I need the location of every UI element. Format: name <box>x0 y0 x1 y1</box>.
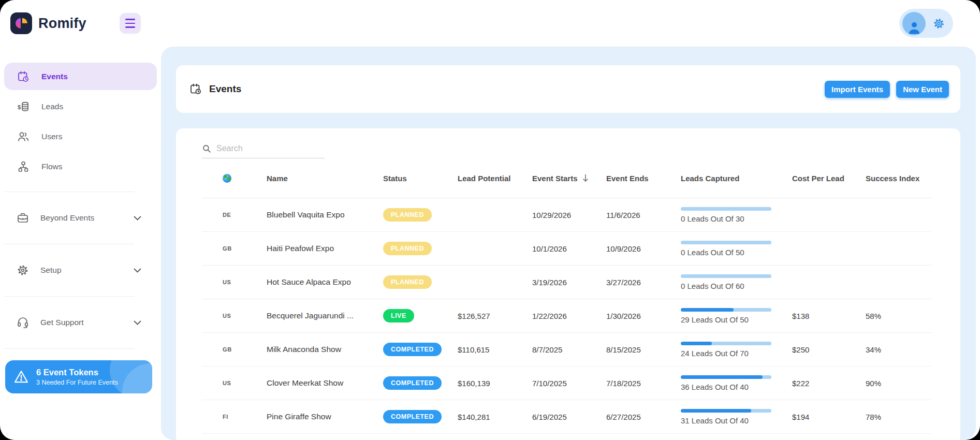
flow-icon <box>17 160 30 173</box>
leads-progress-bar <box>681 409 771 413</box>
chevron-down-icon <box>134 216 141 221</box>
country-code: DE <box>223 212 267 218</box>
sidebar-item-flows[interactable]: Flows <box>4 153 157 180</box>
country-code: US <box>223 279 267 285</box>
leads-captured-cell: 0 Leads Out Of 50 <box>681 241 792 257</box>
events-table-card: Name Status Lead Potential Event Starts … <box>176 128 960 440</box>
sort-desc-arrow-icon <box>582 174 589 182</box>
leads-captured-cell: 0 Leads Out Of 30 <box>681 207 792 223</box>
table-row[interactable]: GB Haiti Peafowl Expo PLANNED 10/1/2026 … <box>202 232 931 266</box>
col-lead-potential[interactable]: Lead Potential <box>458 174 532 183</box>
search-icon <box>202 144 211 153</box>
import-events-button[interactable]: Import Events <box>825 81 890 98</box>
romify-logo-icon <box>10 12 32 34</box>
event-ends-value: 6/27/2025 <box>606 413 681 421</box>
event-starts-value: 7/10/2025 <box>532 379 606 388</box>
sidebar-section-beyond-events[interactable]: Beyond Events <box>4 203 157 232</box>
event-ends-value: 8/15/2025 <box>606 345 681 354</box>
success-index-value: 78% <box>866 413 931 421</box>
country-code: GB <box>223 346 267 353</box>
sidebar-section-label: Setup <box>40 266 62 275</box>
leads-progress-bar <box>681 274 771 278</box>
status-badge: PLANNED <box>383 208 432 222</box>
warning-triangle-icon <box>13 369 29 385</box>
event-name: Milk Anaconda Show <box>267 345 383 354</box>
table-row[interactable]: DE Bluebell Vaquita Expo PLANNED 10/29/2… <box>202 198 931 232</box>
leads-progress-bar <box>681 308 771 312</box>
leads-progress-bar <box>681 342 771 345</box>
leads-captured-label: 0 Leads Out Of 50 <box>681 248 771 257</box>
success-index-value: 90% <box>866 379 931 388</box>
success-index-value: 34% <box>866 345 931 354</box>
col-event-starts[interactable]: Event Starts <box>532 174 606 183</box>
event-starts-value: 10/1/2026 <box>532 244 606 253</box>
leads-captured-label: 0 Leads Out Of 30 <box>681 214 771 223</box>
event-starts-value: 10/29/2026 <box>532 211 606 219</box>
user-avatar[interactable] <box>902 12 926 35</box>
token-subtitle: 3 Needed For Future Events <box>36 379 118 386</box>
dollar-coins-icon: $ <box>17 100 30 113</box>
country-code: FI <box>223 414 267 420</box>
sidebar-item-label: Leads <box>41 102 63 111</box>
event-starts-value: 1/22/2026 <box>532 312 606 320</box>
sidebar-item-label: Users <box>41 132 62 141</box>
leads-captured-label: 31 Leads Out Of 40 <box>681 416 771 425</box>
new-event-button[interactable]: New Event <box>896 81 949 98</box>
table-header-row: Name Status Lead Potential Event Starts … <box>202 158 931 198</box>
sidebar-section-setup[interactable]: Setup <box>4 256 157 285</box>
event-ends-value: 1/30/2026 <box>606 312 681 320</box>
divider <box>4 348 135 349</box>
topbar-user-area <box>899 9 953 38</box>
sidebar-toggle-button[interactable] <box>120 13 141 34</box>
leads-captured-label: 24 Leads Out Of 70 <box>681 349 771 358</box>
divider <box>4 192 135 192</box>
brand-logo: Romify <box>0 12 120 34</box>
table-row[interactable]: FI Pine Giraffe Show COMPLETED $140,281 … <box>202 400 931 434</box>
lead-potential-value: $110,615 <box>458 345 532 354</box>
event-name: Hot Sauce Alpaca Expo <box>267 277 383 287</box>
event-ends-value: 11/6/2026 <box>606 211 681 219</box>
event-tokens-card[interactable]: 6 Event Tokens 3 Needed For Future Event… <box>5 360 152 393</box>
table-row[interactable]: GB Milk Anaconda Show COMPLETED $110,615… <box>202 333 931 366</box>
table-row[interactable]: US Becquerel Jaguarundi ... LIVE $126,52… <box>202 299 931 333</box>
sidebar-item-leads[interactable]: $Leads <box>4 93 157 120</box>
table-row[interactable]: US Clover Meerkat Show COMPLETED $160,13… <box>202 366 931 400</box>
leads-captured-cell: 0 Leads Out Of 60 <box>681 274 792 290</box>
col-success-index[interactable]: Success Index <box>866 174 931 183</box>
settings-gear-icon[interactable] <box>932 17 946 31</box>
briefcase-icon <box>17 212 29 224</box>
leads-captured-label: 36 Leads Out Of 40 <box>681 383 771 391</box>
leads-captured-cell: 29 Leads Out Of 50 <box>681 308 792 324</box>
status-badge: COMPLETED <box>383 410 442 423</box>
sidebar-section-get-support[interactable]: Get Support <box>4 308 157 337</box>
calendar-clock-icon <box>189 83 202 95</box>
chevron-down-icon <box>134 268 141 273</box>
calendar-clock-icon <box>17 70 30 83</box>
event-ends-value: 10/9/2026 <box>606 244 681 253</box>
headset-icon <box>17 316 29 329</box>
col-event-ends[interactable]: Event Ends <box>606 174 681 183</box>
col-status[interactable]: Status <box>383 174 458 183</box>
cost-per-lead-value: $194 <box>792 413 866 421</box>
globe-icon <box>223 174 231 183</box>
leads-captured-label: 29 Leads Out Of 50 <box>681 315 771 324</box>
person-icon <box>906 20 922 35</box>
sidebar-item-users[interactable]: Users <box>4 123 157 150</box>
search-input[interactable] <box>216 144 310 153</box>
lead-potential-value: $126,527 <box>458 312 532 320</box>
sidebar-item-events[interactable]: Events <box>4 63 157 90</box>
col-cost-per-lead[interactable]: Cost Per Lead <box>792 174 866 183</box>
app-window: Romify Events$LeadsUsersFlows Beyond <box>0 0 980 440</box>
col-leads-captured[interactable]: Leads Captured <box>681 174 792 183</box>
page-title: Events <box>209 83 241 95</box>
col-name[interactable]: Name <box>267 174 383 183</box>
users-icon <box>17 130 30 143</box>
status-badge: LIVE <box>383 309 414 322</box>
cost-per-lead-value: $138 <box>792 312 866 320</box>
sidebar: Events$LeadsUsersFlows Beyond Events Set… <box>0 47 161 440</box>
search-field[interactable] <box>202 144 325 158</box>
event-starts-value: 6/19/2025 <box>532 413 606 421</box>
gear-icon <box>17 264 29 276</box>
table-row[interactable]: US Hot Sauce Alpaca Expo PLANNED 3/19/20… <box>202 266 931 299</box>
sidebar-section-label: Beyond Events <box>40 213 94 223</box>
